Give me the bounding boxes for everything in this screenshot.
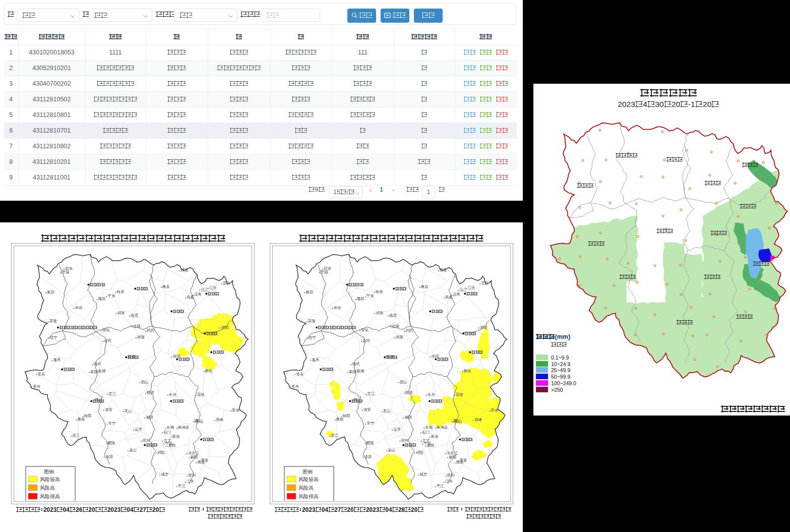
svg-text:永兴: 永兴 [427,392,435,397]
svg-text:隆回: 隆回 [98,297,106,301]
svg-text:邵东: 邵东 [324,266,331,270]
svg-text:攸县: 攸县 [455,460,463,464]
svg-text:桑植: 桑植 [336,417,343,422]
svg-text:凤凰: 凤凰 [445,295,453,300]
svg-text:冷水江: 冷水江 [188,451,200,455]
svg-text:平江: 平江 [178,484,186,488]
svg-text:洪江: 洪江 [331,433,338,438]
svg-text:蓝山: 蓝山 [129,448,137,452]
svg-text:永顺: 永顺 [166,425,174,430]
svg-text:株洲县: 株洲县 [177,425,190,430]
svg-text:新田: 新田 [168,443,176,448]
svg-text:辰溪: 辰溪 [440,268,447,272]
svg-text:桃源: 桃源 [147,390,154,395]
svg-text:双峰: 双峰 [216,418,223,422]
svg-text:城步: 城步 [419,472,427,477]
svg-text:沅江: 沅江 [459,287,467,292]
svg-text:城步: 城步 [160,472,168,477]
svg-text:洪江: 洪江 [72,433,80,438]
svg-text:衡东: 衡东 [431,434,439,439]
svg-text:风险较高: 风险较高 [298,477,319,482]
svg-text:江永: 江永 [209,285,217,290]
svg-text:芷江: 芷江 [108,391,116,396]
svg-text:古丈: 古丈 [164,438,171,443]
svg-text:资兴: 资兴 [33,384,40,388]
svg-text:澧县: 澧县 [222,281,230,285]
svg-text:祁阳: 祁阳 [415,450,423,455]
svg-text:溆浦: 溆浦 [98,369,105,373]
svg-text:桑植: 桑植 [77,417,85,422]
svg-text:株洲县: 株洲县 [436,425,448,430]
svg-text:武冈: 武冈 [405,328,413,333]
svg-text:宜章: 宜章 [393,427,401,432]
svg-text:龙山: 龙山 [383,408,391,413]
svg-text:永顺: 永顺 [424,425,433,430]
svg-text:蓝山: 蓝山 [388,448,395,452]
svg-text:龙山: 龙山 [125,408,132,413]
svg-text:攸县: 攸县 [197,460,205,464]
svg-text:图例: 图例 [302,469,313,475]
svg-text:桂东: 桂东 [375,289,383,294]
svg-text:道县: 道县 [296,372,303,376]
svg-text:澧县: 澧县 [481,281,489,285]
svg-text:新化: 新化 [205,369,212,373]
svg-text:石门: 石门 [163,430,171,435]
svg-text:醴陵: 醴陵 [367,441,374,445]
svg-text:茶陵: 茶陵 [308,319,316,323]
svg-text:冷水江: 冷水江 [447,451,458,455]
svg-text:南县: 南县 [162,284,170,289]
svg-text:江华: 江华 [445,479,453,484]
svg-text:芷江: 芷江 [367,391,375,396]
svg-text:祁东: 祁东 [117,311,125,315]
svg-text:涟源: 涟源 [364,454,372,459]
svg-text:会同: 会同 [362,338,370,343]
svg-text:桂东: 桂东 [116,289,124,294]
svg-text:东安: 东安 [105,407,112,411]
svg-text:道县: 道县 [37,372,45,376]
svg-text:绥宁: 绥宁 [309,335,316,340]
svg-text:临武: 临武 [93,362,101,366]
svg-text:衡东: 衡东 [172,434,180,439]
svg-text:绥宁: 绥宁 [50,335,57,340]
svg-text:临澧: 临澧 [389,313,397,318]
svg-text:耒阳: 耒阳 [90,370,98,374]
svg-text:风险高: 风险高 [298,485,314,491]
svg-text:新邵: 新邵 [306,289,313,294]
svg-text:花垣: 花垣 [197,392,204,397]
svg-text:隆回: 隆回 [357,297,364,301]
svg-text:祁阳: 祁阳 [157,450,164,455]
svg-text:邵东: 邵东 [65,266,73,270]
svg-text:南县: 南县 [420,284,429,289]
svg-text:武冈: 武冈 [147,328,154,333]
svg-text:韶山: 韶山 [141,380,148,384]
svg-text:溆浦: 溆浦 [356,369,364,373]
svg-text:风险较高: 风险较高 [40,477,60,482]
svg-text:嘉禾: 嘉禾 [312,358,319,362]
svg-text:靖州: 靖州 [401,438,408,443]
svg-text:嘉禾: 嘉禾 [53,358,60,362]
svg-text:祁东: 祁东 [376,311,383,315]
svg-text:华容: 华容 [333,306,341,310]
svg-text:汉寿: 汉寿 [453,292,460,297]
svg-text:汝城: 汝城 [133,324,140,328]
svg-text:风险很高: 风险很高 [298,494,319,499]
svg-text:茶陵: 茶陵 [49,319,57,323]
svg-text:慈利: 慈利 [447,473,455,478]
svg-text:风险很高: 风险很高 [40,494,60,499]
svg-text:花垣: 花垣 [455,392,463,397]
svg-text:耒阳: 耒阳 [349,370,356,374]
svg-text:炎陵: 炎陵 [396,335,403,339]
svg-text:安仁: 安仁 [453,419,461,423]
svg-text:慈利: 慈利 [189,473,196,478]
svg-text:临武: 临武 [352,362,359,366]
svg-text:安乡: 安乡 [491,408,498,412]
svg-text:临澧: 临澧 [131,313,138,318]
svg-text:平江: 平江 [437,484,444,488]
svg-text:涟源: 涟源 [105,454,113,459]
svg-text:江华: 江华 [187,479,194,484]
svg-text:安化: 安化 [102,328,110,332]
svg-text:常宁: 常宁 [367,421,375,426]
svg-text:新邵: 新邵 [47,289,54,294]
svg-text:汉寿: 汉寿 [194,292,202,297]
svg-text:湘阴: 湘阴 [404,415,412,420]
